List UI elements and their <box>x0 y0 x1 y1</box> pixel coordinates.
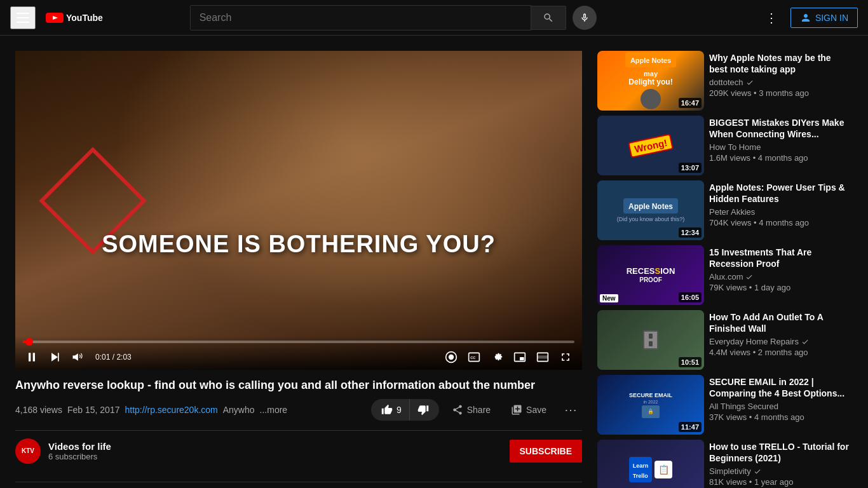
video-text-overlay: SOMEONE IS BOTHERING YOU? <box>102 231 496 258</box>
channel-tag: Anywho <box>223 405 255 415</box>
video-player[interactable]: SOMEONE IS BOTHERING YOU? <box>15 51 582 370</box>
more-actions-button[interactable]: ⋯ <box>559 397 582 423</box>
video-duration: 13:07 <box>679 163 702 173</box>
sidebar-item-info-1: Why Apple Notes may be the best note tak… <box>709 51 853 111</box>
progress-bar[interactable] <box>23 341 574 343</box>
like-count: 9 <box>397 405 402 415</box>
sidebar-channel-2: How To Home <box>709 142 850 152</box>
autoplay-toggle[interactable] <box>442 348 460 366</box>
svg-rect-13 <box>520 357 524 360</box>
sidebar-item[interactable]: Apple NotesmayDelight you! 16:47 Why App… <box>597 51 853 111</box>
sidebar-meta-3: 704K views • 4 months ago <box>709 218 850 227</box>
sidebar-item-title-1: Why Apple Notes may be the best note tak… <box>709 52 850 75</box>
svg-marker-7 <box>73 353 78 361</box>
svg-text:CC: CC <box>470 356 476 360</box>
view-count: 4,168 views <box>15 405 62 415</box>
sidebar-meta-2: 1.6M views • 4 months ago <box>709 153 850 163</box>
video-controls: 0:01 / 2:03 CC <box>15 336 582 370</box>
svg-rect-6 <box>58 353 59 361</box>
sidebar-item[interactable]: RECESSIONPROOF 16:05 New 15 Investments … <box>597 245 853 305</box>
sidebar-item[interactable]: Apple Notes(Did you know about this?) 12… <box>597 180 853 240</box>
controls-row: 0:01 / 2:03 CC <box>23 348 574 366</box>
save-label: Save <box>526 405 546 415</box>
sidebar-channel-7: Simpletivity <box>709 466 850 476</box>
video-meta-row: 4,168 views Feb 15, 2017 http://rp.secur… <box>15 397 582 423</box>
thumbnail-3: Apple Notes(Did you know about this?) 12… <box>597 180 704 240</box>
sidebar-item[interactable]: Wrong! 13:07 BIGGEST Mistakes DIYers Mak… <box>597 116 853 175</box>
video-duration: 12:34 <box>679 227 702 238</box>
sidebar-item-title-2: BIGGEST Mistakes DIYers Make When Connec… <box>709 117 850 140</box>
video-title: Anywho reverse lookup - find out who is … <box>15 377 582 393</box>
thumbnail-7: LearnTrello📋 <box>597 440 704 488</box>
youtube-logo[interactable]: YouTube <box>46 11 103 24</box>
svg-rect-4 <box>33 353 35 361</box>
comments-section: Comments 1 › <box>15 482 582 488</box>
channel-info: Videos for life 6 subscribers <box>48 441 111 461</box>
theater-mode-button[interactable] <box>534 348 552 366</box>
header: YouTube ⋮ SIGN IN <box>0 0 868 36</box>
video-duration: 11:47 <box>679 422 702 432</box>
miniplayer-button[interactable] <box>511 348 529 366</box>
hamburger-menu[interactable] <box>10 6 36 29</box>
time-display: 0:01 / 2:03 <box>95 353 132 362</box>
sidebar-channel-6: All Things Secured <box>709 402 850 411</box>
sidebar-item-title-4: 15 Investments That Are Recession Proof <box>709 247 850 269</box>
header-right: ⋮ SIGN IN <box>760 5 858 30</box>
save-button[interactable]: Save <box>503 399 554 421</box>
sidebar-item-info-6: SECURE EMAIL in 2022 | Comparing the 4 B… <box>709 375 853 435</box>
channel-name[interactable]: Videos for life <box>48 441 111 452</box>
voice-search-button[interactable] <box>573 6 597 30</box>
progress-dot <box>25 338 33 346</box>
sidebar: Apple NotesmayDelight you! 16:47 Why App… <box>597 51 853 488</box>
sidebar-item-info-5: How To Add An Outlet To A Finished Wall … <box>709 310 853 370</box>
like-button[interactable]: 9 <box>371 399 409 421</box>
video-duration: 16:47 <box>679 98 702 108</box>
next-button[interactable] <box>46 348 64 366</box>
sign-in-button[interactable]: SIGN IN <box>790 8 858 28</box>
thumbnail-6: SECURE EMAILin 2022🔒 11:47 <box>597 375 704 435</box>
svg-rect-3 <box>29 353 31 361</box>
sidebar-item-info-7: How to use TRELLO - Tutorial for Beginne… <box>709 440 853 488</box>
thumbnail-2: Wrong! 13:07 <box>597 116 704 175</box>
sidebar-item[interactable]: LearnTrello📋 How to use TRELLO - Tutoria… <box>597 440 853 488</box>
share-button[interactable]: Share <box>444 399 498 421</box>
video-actions: 9 Share Save ⋯ <box>371 397 582 423</box>
sidebar-channel-3: Peter Akkies <box>709 207 850 217</box>
sidebar-channel-5: Everyday Home Repairs <box>709 337 850 346</box>
volume-button[interactable] <box>69 348 86 366</box>
new-badge: New <box>600 294 618 302</box>
thumbnail-5: 10:51 <box>597 310 704 370</box>
play-pause-button[interactable] <box>23 348 41 366</box>
sidebar-meta-7: 81K views • 1 year ago <box>709 477 850 487</box>
dislike-button[interactable] <box>409 399 439 421</box>
header-left: YouTube <box>10 6 103 29</box>
search-container <box>190 5 597 30</box>
search-input[interactable] <box>191 6 531 30</box>
sidebar-meta-5: 4.4M views • 2 months ago <box>709 348 850 357</box>
svg-marker-5 <box>51 353 58 361</box>
video-duration: 10:51 <box>679 357 702 367</box>
more-link[interactable]: ...more <box>260 405 288 415</box>
sign-in-label: SIGN IN <box>815 13 848 23</box>
video-duration: 16:05 <box>679 292 702 302</box>
thumbnail-1: Apple NotesmayDelight you! 16:47 <box>597 51 704 111</box>
subscriber-count: 6 subscribers <box>48 452 111 461</box>
subscribe-button[interactable]: SUBSCRIBE <box>510 440 582 463</box>
search-button[interactable] <box>531 6 566 30</box>
sidebar-item[interactable]: 10:51 How To Add An Outlet To A Finished… <box>597 310 853 370</box>
sidebar-channel-4: Alux.com <box>709 272 850 281</box>
video-url-link[interactable]: http://rp.secure20k.com <box>125 405 217 415</box>
search-input-wrap <box>190 5 531 30</box>
more-options-button[interactable]: ⋮ <box>760 5 783 30</box>
progress-fill <box>23 341 30 343</box>
settings-button[interactable] <box>488 348 506 366</box>
captions-button[interactable]: CC <box>465 348 483 366</box>
channel-row: KTV Videos for life 6 subscribers SUBSCR… <box>15 430 582 471</box>
sidebar-item[interactable]: SECURE EMAILin 2022🔒 11:47 SECURE EMAIL … <box>597 375 853 435</box>
svg-rect-15 <box>538 355 548 358</box>
sidebar-item-title-6: SECURE EMAIL in 2022 | Comparing the 4 B… <box>709 376 850 399</box>
sidebar-item-info-2: BIGGEST Mistakes DIYers Make When Connec… <box>709 116 853 175</box>
video-section: SOMEONE IS BOTHERING YOU? <box>15 51 582 488</box>
sidebar-item-title-5: How To Add An Outlet To A Finished Wall <box>709 311 850 334</box>
fullscreen-button[interactable] <box>557 348 574 366</box>
